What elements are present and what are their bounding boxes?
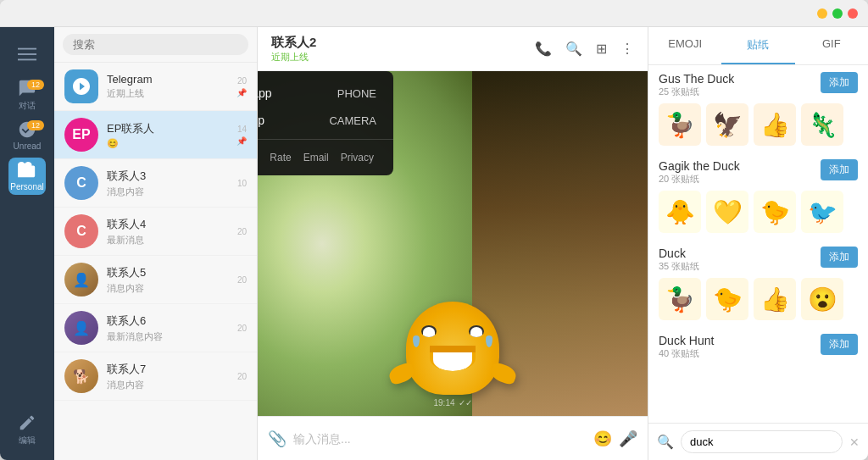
voice-icon[interactable]: 🎤 xyxy=(619,430,637,448)
minimize-button[interactable] xyxy=(817,8,827,19)
search-icon[interactable]: 🔍 xyxy=(565,41,582,57)
contact-item[interactable]: 👤 联系人5 消息内容 20 xyxy=(54,256,257,304)
add-sticker-button[interactable]: 添加 xyxy=(821,72,858,93)
tab-gif[interactable]: GIF xyxy=(795,27,868,64)
attachment-icon[interactable]: 📎 xyxy=(268,430,287,448)
contact-item[interactable]: C 联系人4 最新消息 20 xyxy=(54,208,257,256)
more-icon[interactable]: ⋮ xyxy=(620,41,634,57)
sticker-section-info: Duck Hunt 40 张贴纸 xyxy=(659,334,821,360)
sticker-section-header: Gagik the Duck 20 张贴纸 添加 xyxy=(659,159,858,186)
sticker-thumb[interactable]: 🐤 xyxy=(754,191,796,233)
contact-item[interactable]: EP EP联系人 😊 14 📌 xyxy=(54,111,257,159)
contact-msg: 消息内容 xyxy=(107,186,237,198)
contact-item[interactable]: 👤 联系人6 最新消息内容 20 xyxy=(54,304,257,352)
sticker-count: 40 张贴纸 xyxy=(659,347,821,360)
sidebar-unread[interactable]: 12 Unread xyxy=(8,117,46,154)
contact-item[interactable]: 🐕 联系人7 消息内容 20 xyxy=(54,352,257,401)
contacts-list: Telegram 近期上线 20 📌 EP EP联系人 😊 xyxy=(54,63,257,460)
sticker-name: Duck xyxy=(659,247,821,260)
sidebar-edit[interactable]: 编辑 xyxy=(8,411,46,448)
sidebar-chats[interactable]: 12 对话 xyxy=(8,76,46,114)
sticker-thumb[interactable]: 🦎 xyxy=(801,103,843,146)
contact-name: 联系人4 xyxy=(107,217,237,232)
contact-info: 联系人5 消息内容 xyxy=(107,265,237,295)
contact-info: EP联系人 😊 xyxy=(107,121,236,149)
search-input[interactable] xyxy=(63,34,248,55)
sticker-thumb[interactable]: 💛 xyxy=(706,191,748,233)
chat-title-area: 联系人2 近期上线 xyxy=(271,35,316,64)
add-sticker-button[interactable]: 添加 xyxy=(821,247,858,268)
phone-icon[interactable]: 📞 xyxy=(535,41,552,57)
dropdown-rate[interactable]: Rate xyxy=(270,152,291,163)
chats-badge: 12 xyxy=(27,80,44,90)
dropdown-divider xyxy=(258,139,393,140)
tab-emoji[interactable]: EMOJI xyxy=(648,27,721,64)
sticker-section-info: Gagik the Duck 20 张贴纸 xyxy=(659,159,821,186)
sidebar-dark: 12 对话 12 Unread Personal 编辑 xyxy=(0,27,54,460)
message-input[interactable] xyxy=(293,432,587,446)
avatar: C xyxy=(64,214,98,248)
contact-time: 20 xyxy=(237,227,247,236)
sticker-thumb[interactable]: 😮 xyxy=(801,278,843,320)
dropdown-item-swipe-left[interactable]: Swipe left app CAMERA xyxy=(258,107,393,134)
sticker-section: Gus The Duck 25 张贴纸 添加 🦆 🦅 👍 🦎 xyxy=(659,72,858,146)
add-sticker-button[interactable]: 添加 xyxy=(821,334,858,355)
search-bar xyxy=(54,27,257,63)
sticker-tabs: EMOJI 贴纸 GIF xyxy=(648,27,868,65)
contact-info: Telegram 近期上线 xyxy=(107,73,236,100)
contact-info: 联系人6 最新消息内容 xyxy=(107,313,237,343)
contact-meta: 20 xyxy=(237,275,247,285)
dropdown-email[interactable]: Email xyxy=(303,152,329,163)
sticker-name: Duck Hunt xyxy=(659,334,821,347)
contact-msg: 😊 xyxy=(107,138,236,149)
contact-list: Telegram 近期上线 20 📌 EP EP联系人 😊 xyxy=(54,27,258,460)
unread-badge: 12 xyxy=(27,120,44,130)
sticker-section: Duck 35 张贴纸 添加 🦆 🐤 👍 😮 xyxy=(659,247,858,320)
sticker-thumb[interactable]: 👍 xyxy=(754,278,796,320)
sticker-content: Gus The Duck 25 张贴纸 添加 🦆 🦅 👍 🦎 xyxy=(648,65,868,423)
contact-time: 14 xyxy=(237,125,247,134)
contact-item[interactable]: Telegram 近期上线 20 📌 xyxy=(54,63,257,111)
contact-time: 10 xyxy=(237,179,247,188)
contact-msg: 最新消息 xyxy=(107,234,237,247)
search-clear-button[interactable]: ✕ xyxy=(849,435,860,449)
sticker-section-header: Duck 35 张贴纸 添加 xyxy=(659,247,858,273)
contact-meta: 14 📌 xyxy=(236,125,247,146)
dropdown-label: Swipe right app xyxy=(258,86,272,100)
sticker-count: 25 张贴纸 xyxy=(659,86,821,98)
avatar: 👤 xyxy=(64,263,98,297)
message-time: 19:14 ✓✓ xyxy=(433,398,471,407)
sticker-thumb[interactable]: 🦅 xyxy=(706,103,748,146)
split-icon[interactable]: ⊞ xyxy=(596,41,607,57)
sticker-thumb[interactable]: 🦆 xyxy=(659,278,701,320)
contact-time: 20 xyxy=(237,76,247,86)
sticker-thumb[interactable]: 🐤 xyxy=(706,278,748,320)
sticker-search-bar: 🔍 ✕ xyxy=(648,423,868,460)
sticker-thumb[interactable]: 🐦 xyxy=(801,191,843,233)
sidebar-personal[interactable]: Personal xyxy=(8,158,46,195)
dropdown-item-swipe-right[interactable]: Swipe right app PHONE xyxy=(258,80,393,107)
add-sticker-button[interactable]: 添加 xyxy=(821,159,858,180)
avatar: 👤 xyxy=(64,311,98,345)
sticker-thumb[interactable]: 👍 xyxy=(754,103,796,146)
dropdown-links: About Share Rate Email Privacy xyxy=(258,145,393,167)
sticker-thumb[interactable]: 🐥 xyxy=(659,191,701,233)
sticker-thumb[interactable]: 🦆 xyxy=(659,103,701,146)
maximize-button[interactable] xyxy=(832,8,843,19)
close-button[interactable] xyxy=(848,8,858,19)
tab-stickers[interactable]: 贴纸 xyxy=(721,27,794,64)
contact-item[interactable]: C 联系人3 消息内容 10 xyxy=(54,159,257,208)
sticker-row: 🦆 🦅 👍 🦎 xyxy=(659,103,858,146)
chat-status: 近期上线 xyxy=(271,51,316,64)
edit-label: 编辑 xyxy=(19,435,36,446)
sticker-search-input[interactable] xyxy=(681,430,843,453)
contact-time: 20 xyxy=(237,324,247,333)
sidebar-menu[interactable] xyxy=(8,36,46,73)
emoji-icon[interactable]: 😊 xyxy=(593,430,612,448)
contact-msg: 消息内容 xyxy=(107,379,237,391)
search-icon: 🔍 xyxy=(657,434,674,450)
dropdown-privacy[interactable]: Privacy xyxy=(341,152,374,163)
sticker-section-info: Gus The Duck 25 张贴纸 xyxy=(659,72,821,98)
contact-meta: 20 xyxy=(237,372,247,381)
main-layout: 12 对话 12 Unread Personal 编辑 xyxy=(0,27,868,460)
